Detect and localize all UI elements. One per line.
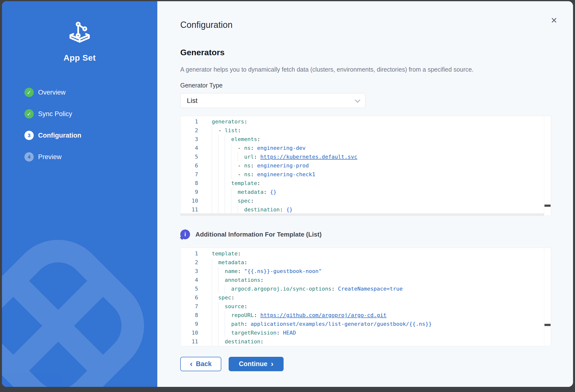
step-label: Preview	[38, 153, 62, 161]
code-line: 1template:	[181, 249, 544, 258]
code-lines: 1template:2metadata:3name: "{{.ns}}-gues…	[181, 248, 544, 346]
code-line: 7source:	[181, 302, 544, 311]
code-line: 5url: https://kubernetes.default.svc	[181, 152, 544, 161]
line-number: 1	[181, 249, 198, 258]
line-number: 11	[181, 337, 198, 346]
step-label: Overview	[38, 89, 66, 96]
code-line: 10spec:	[181, 196, 544, 205]
code-text: spec:	[212, 293, 235, 302]
code-text: template:	[212, 179, 260, 188]
line-number: 8	[181, 179, 198, 188]
scrollbar-thumb[interactable]	[545, 324, 551, 326]
configuration-panel: ✕ Configuration Generators A generator h…	[157, 1, 573, 387]
line-number: 3	[181, 135, 198, 144]
template-yaml-editor[interactable]: 1template:2metadata:3name: "{{.ns}}-gues…	[180, 247, 551, 346]
step-number: 3	[24, 131, 34, 140]
code-text: targetRevision: HEAD	[212, 328, 296, 337]
code-line: 4annotations:	[181, 276, 544, 284]
sidebar-step-sync-policy[interactable]: ✓Sync Policy	[24, 108, 150, 119]
line-number: 2	[181, 258, 198, 267]
code-text: - ns: engineering-prod	[212, 161, 309, 170]
sidebar-step-preview[interactable]: 4Preview	[24, 151, 150, 162]
code-line: 11destination: {}	[181, 205, 544, 214]
line-number: 7	[181, 302, 198, 311]
code-line: 1generators:	[181, 117, 544, 126]
line-number: 11	[181, 205, 198, 214]
sidebar-step-overview[interactable]: ✓Overview	[24, 87, 150, 98]
code-text: path: applicationset/examples/list-gener…	[212, 320, 432, 328]
code-text: url: https://kubernetes.default.svc	[212, 152, 357, 161]
continue-button[interactable]: Continue ›	[229, 357, 284, 371]
generator-type-label: Generator Type	[180, 82, 222, 89]
vertical-scrollbar[interactable]	[544, 116, 551, 216]
code-line: 6spec:	[181, 293, 544, 302]
code-line: 2- list:	[181, 126, 544, 135]
line-number: 6	[181, 161, 198, 170]
code-line: 2metadata:	[181, 258, 544, 267]
line-number: 7	[181, 170, 198, 179]
code-text: - ns: engineering-check1	[212, 170, 315, 179]
code-line: 10targetRevision: HEAD	[181, 328, 544, 337]
horizontal-scrollbar[interactable]	[181, 213, 544, 216]
close-icon[interactable]: ✕	[549, 15, 559, 26]
code-text: argocd.argoproj.io/sync-options: CreateN…	[212, 284, 403, 293]
code-text: generators:	[212, 117, 247, 126]
check-icon: ✓	[24, 88, 34, 97]
code-text: repoURL: https://github.com/argoproj/arg…	[212, 311, 386, 320]
code-text: - ns: engineering-dev	[212, 144, 306, 152]
back-button-label: Back	[196, 360, 212, 368]
code-line: 11destination:	[181, 337, 544, 346]
additional-info-row: i Additional Information For Template (L…	[180, 229, 322, 239]
code-text: spec:	[212, 196, 254, 205]
info-icon: i	[180, 229, 190, 239]
code-line: 8repoURL: https://github.com/argoproj/ar…	[181, 311, 544, 320]
code-line: 3elements:	[181, 135, 544, 144]
line-number: 9	[181, 188, 198, 196]
line-number: 5	[181, 284, 198, 293]
line-number: 9	[181, 320, 198, 328]
code-text: - list:	[212, 126, 241, 135]
chevron-down-icon	[355, 97, 360, 103]
wizard-footer: ‹ Back Continue ›	[180, 357, 284, 371]
line-number: 6	[181, 293, 198, 302]
appset-logo-icon	[2, 22, 157, 44]
sidebar-step-configuration[interactable]: 3Configuration	[24, 130, 150, 141]
step-label: Sync Policy	[38, 110, 72, 118]
brand-watermark-icon	[2, 233, 151, 387]
step-number: 4	[24, 152, 34, 162]
check-icon: ✓	[24, 109, 34, 119]
code-line: 8template:	[181, 179, 544, 188]
wizard-steps: ✓Overview✓Sync Policy3Configuration4Prev…	[24, 87, 150, 173]
code-line: 3name: "{{.ns}}-guestbook-noon"	[181, 267, 544, 276]
line-number: 2	[181, 126, 198, 135]
line-number: 10	[181, 328, 198, 337]
chevron-right-icon: ›	[271, 360, 274, 368]
code-line: 9path: applicationset/examples/list-gene…	[181, 320, 544, 328]
code-line: 9metadata: {}	[181, 188, 544, 196]
line-number: 1	[181, 117, 198, 126]
generator-type-select[interactable]: List	[180, 93, 365, 108]
back-button[interactable]: ‹ Back	[180, 357, 221, 371]
continue-button-label: Continue	[239, 360, 267, 368]
page-title: Configuration	[180, 20, 233, 30]
generator-yaml-editor[interactable]: 1generators:2- list:3elements:4- ns: eng…	[180, 116, 551, 216]
app-title: App Set	[2, 53, 157, 63]
wizard-sidebar: App Set ✓Overview✓Sync Policy3Configurat…	[2, 1, 157, 387]
vertical-scrollbar[interactable]	[544, 248, 551, 346]
line-number: 3	[181, 267, 198, 276]
line-number: 4	[181, 144, 198, 152]
additional-info-label: Additional Information For Template (Lis…	[195, 231, 322, 238]
code-lines: 1generators:2- list:3elements:4- ns: eng…	[181, 116, 544, 214]
code-text: annotations:	[212, 276, 264, 284]
code-text: destination:	[212, 337, 264, 346]
code-text: metadata:	[212, 258, 247, 267]
generator-type-value: List	[187, 97, 355, 105]
scrollbar-thumb[interactable]	[545, 205, 551, 207]
generators-heading: Generators	[180, 48, 224, 57]
code-text: elements:	[212, 135, 260, 144]
line-number: 8	[181, 311, 198, 320]
generators-description: A generator helps you to dynamically fet…	[180, 66, 474, 73]
appset-wizard-modal: App Set ✓Overview✓Sync Policy3Configurat…	[2, 1, 573, 387]
code-line: 7- ns: engineering-check1	[181, 170, 544, 179]
line-number: 10	[181, 196, 198, 205]
